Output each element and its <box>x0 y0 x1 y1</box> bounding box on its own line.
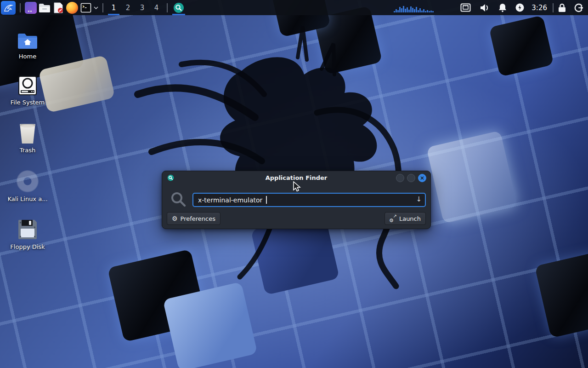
application-finder-button[interactable] <box>171 0 187 15</box>
gear-icon: ⚙ <box>172 215 178 222</box>
volume-icon[interactable] <box>480 3 490 12</box>
mouse-cursor <box>291 181 301 192</box>
desktop-icon-file-system[interactable]: File System <box>6 71 50 106</box>
desktop-icon-label: File System <box>6 99 50 106</box>
search-icon <box>170 191 187 207</box>
launcher-dashboard[interactable] <box>24 0 38 15</box>
trash-can-icon <box>19 123 36 144</box>
panel-separator <box>167 3 168 12</box>
desktop-icon-label: Home <box>6 53 50 60</box>
workspace-3[interactable]: 3 <box>135 0 149 15</box>
terminal-dropdown[interactable] <box>93 0 99 15</box>
workspace-1[interactable]: 1 <box>107 0 121 15</box>
maximize-button[interactable] <box>407 174 415 182</box>
search-input-wrap: ↓ <box>192 193 426 207</box>
minimize-button[interactable] <box>396 174 404 182</box>
preferences-button[interactable]: ⚙ Preferences <box>167 212 220 225</box>
lock-screen-icon[interactable] <box>558 3 566 12</box>
dashboard-icon <box>25 2 37 14</box>
system-monitor-graph[interactable] <box>394 5 434 12</box>
launcher-terminal[interactable] <box>79 0 93 15</box>
document-icon <box>53 2 63 13</box>
workspace-2[interactable]: 2 <box>121 0 135 15</box>
power-manager-icon[interactable] <box>515 3 524 12</box>
panel-separator <box>553 3 554 12</box>
desktop-icon-label: Trash <box>6 147 50 154</box>
search-input[interactable] <box>192 193 426 207</box>
home-folder-icon <box>17 32 38 50</box>
app-finder-icon <box>173 2 184 13</box>
desktop-icon-trash[interactable]: Trash <box>6 119 50 154</box>
desktop-icon-label: Kali Linux a... <box>6 196 50 202</box>
panel-separator <box>102 3 103 12</box>
network-icon[interactable] <box>460 3 471 12</box>
launch-label: Launch <box>399 215 421 222</box>
top-panel: 1 2 3 4 <box>0 0 588 15</box>
launcher-file-manager[interactable] <box>38 0 51 15</box>
application-finder-window: Application Finder × ↓ ⚙ Preferences ⚙ ↗… <box>162 171 431 229</box>
panel-right-area: 3:26 <box>394 3 588 12</box>
preferences-label: Preferences <box>181 215 215 222</box>
launcher-text-editor[interactable] <box>51 0 65 15</box>
hard-drive-icon <box>18 75 37 96</box>
desktop-icon-label: Floppy Disk <box>6 243 50 250</box>
app-finder-window-icon <box>167 174 174 181</box>
firefox-icon <box>66 2 78 14</box>
close-button[interactable]: × <box>418 174 426 182</box>
workspace-4[interactable]: 4 <box>149 0 164 15</box>
terminal-icon <box>80 2 91 13</box>
text-caret <box>266 196 267 204</box>
panel-separator <box>20 3 21 12</box>
applications-menu-button[interactable] <box>1 1 16 15</box>
desktop-icon-floppy-disk[interactable]: Floppy Disk <box>6 215 50 250</box>
launch-button[interactable]: ⚙ ↗ Launch <box>384 212 426 225</box>
launch-icon: ⚙ ↗ <box>390 215 396 222</box>
system-tray <box>452 3 524 12</box>
close-icon: × <box>420 175 424 181</box>
desktop-icon-home[interactable]: Home <box>6 25 50 60</box>
chevron-down-icon <box>94 6 98 9</box>
notifications-bell-icon[interactable] <box>498 3 507 12</box>
kali-logo-icon <box>3 3 13 13</box>
ghost-disc-icon <box>17 170 39 192</box>
launcher-firefox[interactable] <box>65 0 79 15</box>
floppy-disk-icon <box>17 219 38 240</box>
log-out-icon[interactable] <box>574 3 583 12</box>
desktop-icon-kali-linux[interactable]: Kali Linux a... <box>6 167 50 202</box>
clock[interactable]: 3:26 <box>531 4 547 12</box>
folder-icon <box>39 3 51 13</box>
